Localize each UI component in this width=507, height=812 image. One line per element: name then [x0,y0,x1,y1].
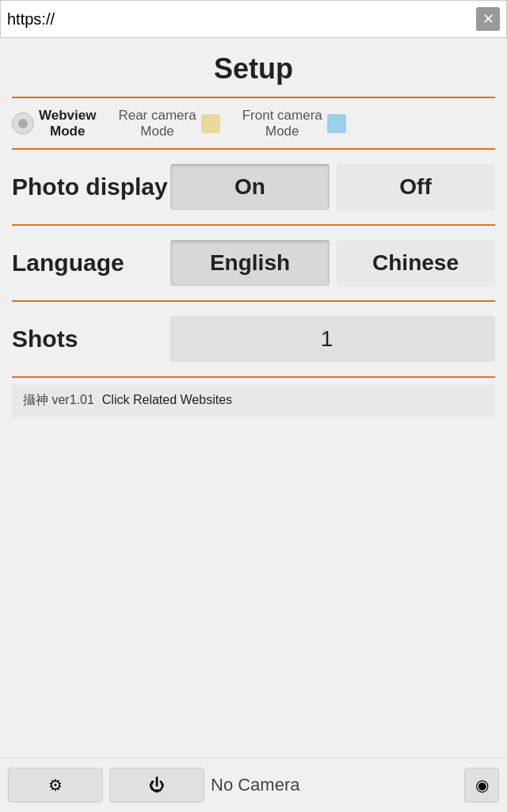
language-english-button[interactable]: English [170,240,330,286]
power-button[interactable]: ⏻ [109,768,204,802]
divider-4 [12,376,495,378]
camera-mode-rear[interactable]: Rear cameraMode [118,108,219,140]
power-icon: ⏻ [149,776,165,795]
svg-point-0 [18,119,28,128]
webview-mode-icon [12,112,34,135]
shots-row: Shots [12,302,495,376]
photo-display-controls: On Off [170,164,495,210]
photo-display-label: Photo display [12,173,170,200]
spacer-area [12,417,495,512]
gear-icon: ⚙ [48,776,63,795]
shots-input[interactable] [170,316,495,362]
version-bar: 攝神 ver1.01 Click Related Websites [12,384,495,417]
camera-mode-front[interactable]: Front cameraMode [242,108,346,140]
front-camera-mode-label: Front cameraMode [242,108,322,140]
photo-display-row: Photo display On Off [12,150,495,224]
camera-modes-row: WebviewMode Rear cameraMode Front camera… [12,98,495,148]
photo-display-on-button[interactable]: On [170,164,330,210]
photo-display-off-button[interactable]: Off [336,164,495,210]
language-row: Language English Chinese [12,226,495,300]
circle-icon [17,117,29,130]
no-camera-label: No Camera [211,775,458,795]
rear-mode-icon [201,114,220,133]
camera-mode-webview[interactable]: WebviewMode [12,108,96,140]
version-text: 攝神 ver1.01 [23,392,94,409]
url-input[interactable] [7,10,476,29]
language-label: Language [12,250,170,276]
close-icon: ✕ [482,10,494,28]
language-controls: English Chinese [170,240,495,286]
related-websites-link[interactable]: Click Related Websites [102,393,232,407]
shots-label: Shots [12,326,170,353]
setup-title: Setup [12,38,495,97]
bottom-bar: ⚙ ⏻ No Camera ◉ [0,757,507,812]
setup-container: Setup WebviewMode Rear cameraMode Front … [0,38,507,757]
camera-shutter-button[interactable]: ◉ [464,768,499,802]
webview-mode-label: WebviewMode [39,108,96,140]
language-chinese-button[interactable]: Chinese [336,240,495,286]
settings-button[interactable]: ⚙ [8,768,103,802]
rear-camera-mode-label: Rear cameraMode [118,108,196,140]
shutter-icon: ◉ [475,776,489,795]
url-bar: ✕ [0,0,507,38]
front-mode-icon [327,114,346,133]
url-clear-button[interactable]: ✕ [476,7,500,31]
